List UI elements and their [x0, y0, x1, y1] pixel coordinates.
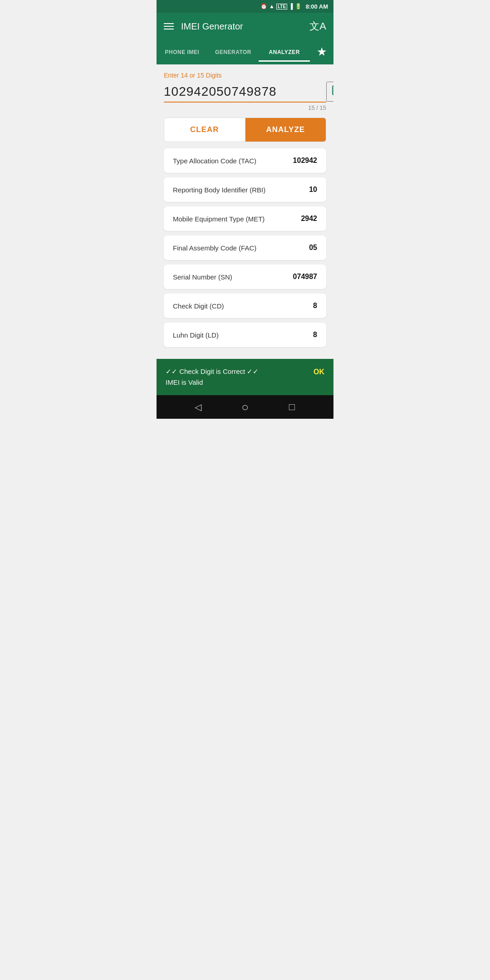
lte-icon: LTE: [276, 4, 287, 10]
result-tac-label: Type Allocation Code (TAC): [173, 157, 256, 165]
alarm-icon: ⏰: [260, 3, 267, 10]
clipboard-button[interactable]: [326, 82, 333, 102]
result-fac: Final Assembly Code (FAC) 05: [164, 235, 326, 260]
result-sn-label: Serial Number (SN): [173, 273, 232, 281]
tab-favorites[interactable]: ★: [310, 40, 333, 64]
result-fac-label: Final Assembly Code (FAC): [173, 244, 256, 252]
main-content: Enter 14 or 15 Digits 15 / 15 CLEAR ANAL…: [157, 64, 333, 359]
home-icon: ○: [241, 400, 249, 414]
footer-line1: ✓✓ Check Digit is Correct ✓✓: [166, 366, 324, 377]
app-title: IMEI Generator: [181, 21, 309, 32]
result-met-value: 2942: [301, 215, 317, 223]
menu-icon[interactable]: [164, 23, 174, 29]
result-met: Mobile Equipment Type (MET) 2942: [164, 206, 326, 231]
home-button[interactable]: ○: [237, 399, 253, 415]
result-met-label: Mobile Equipment Type (MET): [173, 215, 265, 223]
clipboard-icon: [331, 84, 333, 96]
input-row: [164, 82, 326, 103]
wifi-icon: ▲: [269, 3, 274, 10]
input-label: Enter 14 or 15 Digits: [164, 72, 326, 79]
result-fac-value: 05: [309, 244, 317, 252]
footer-status: OK ✓✓ Check Digit is Correct ✓✓ IMEI is …: [157, 359, 333, 395]
back-button[interactable]: ◁: [190, 399, 206, 415]
result-sn: Serial Number (SN) 074987: [164, 265, 326, 289]
result-cd-label: Check Digit (CD): [173, 302, 224, 310]
star-icon: ★: [317, 46, 327, 58]
result-cd-value: 8: [313, 302, 317, 310]
char-count: 15 / 15: [164, 104, 326, 111]
result-ld-label: Luhn Digit (LD): [173, 331, 219, 339]
app-bar: IMEI Generator 文A: [157, 13, 333, 40]
result-tac: Type Allocation Code (TAC) 102942: [164, 148, 326, 173]
battery-icon: 🔋: [295, 3, 302, 10]
footer-line2: IMEI is Valid: [166, 377, 324, 388]
footer-ok-label[interactable]: OK: [314, 366, 324, 378]
translate-icon[interactable]: 文A: [309, 20, 326, 33]
status-icons: ⏰ ▲ LTE ▐ 🔋: [260, 3, 302, 10]
tab-analyzer[interactable]: ANALYZER: [259, 43, 310, 62]
result-ld: Luhn Digit (LD) 8: [164, 323, 326, 347]
imei-input[interactable]: [164, 83, 326, 101]
result-ld-value: 8: [313, 331, 317, 339]
action-buttons: CLEAR ANALYZE: [164, 118, 326, 142]
result-rbi-label: Reporting Body Identifier (RBI): [173, 186, 265, 194]
signal-icon: ▐: [289, 3, 293, 10]
tab-phone-imei[interactable]: PHONE IMEI: [157, 43, 208, 62]
tab-bar: PHONE IMEI GENERATOR ANALYZER ★: [157, 40, 333, 64]
result-sn-value: 074987: [293, 273, 317, 281]
analyze-button[interactable]: ANALYZE: [245, 118, 326, 142]
result-cd: Check Digit (CD) 8: [164, 294, 326, 318]
back-icon: ◁: [195, 402, 201, 412]
clear-button[interactable]: CLEAR: [164, 118, 245, 142]
nav-bar: ◁ ○ □: [157, 395, 333, 419]
result-rbi-value: 10: [309, 186, 317, 194]
result-tac-value: 102942: [293, 157, 317, 165]
result-rbi: Reporting Body Identifier (RBI) 10: [164, 177, 326, 202]
recents-icon: □: [289, 401, 295, 413]
status-bar: ⏰ ▲ LTE ▐ 🔋 8:00 AM: [157, 0, 333, 13]
tab-generator[interactable]: GENERATOR: [208, 43, 259, 62]
recents-button[interactable]: □: [284, 399, 300, 415]
status-time: 8:00 AM: [306, 3, 328, 10]
